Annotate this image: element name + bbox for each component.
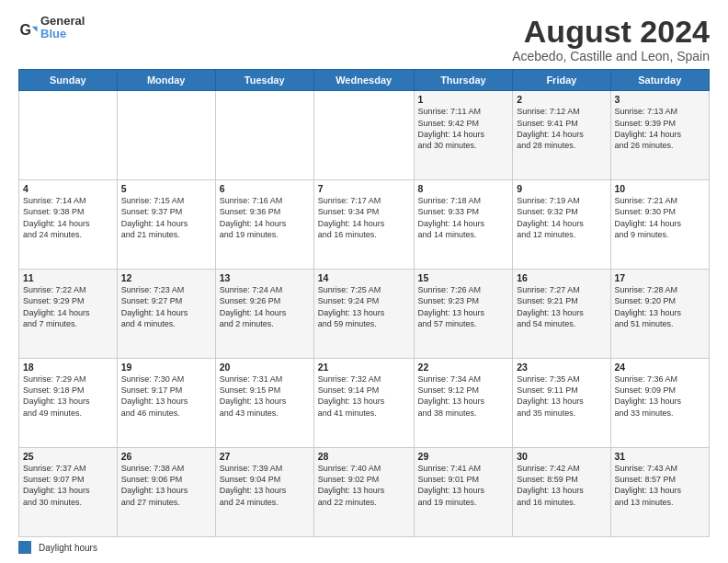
calendar-cell: 3Sunrise: 7:13 AM Sunset: 9:39 PM Daylig…: [610, 91, 709, 180]
day-info: Sunrise: 7:17 AM Sunset: 9:34 PM Dayligh…: [318, 195, 410, 240]
calendar-cell: 5Sunrise: 7:15 AM Sunset: 9:37 PM Daylig…: [117, 180, 215, 270]
calendar-cell: 2Sunrise: 7:12 AM Sunset: 9:41 PM Daylig…: [513, 91, 610, 180]
day-number: 31: [615, 451, 705, 462]
weekday-header-saturday: Saturday: [610, 70, 709, 91]
svg-marker-1: [32, 26, 38, 31]
calendar-week-5: 25Sunrise: 7:37 AM Sunset: 9:07 PM Dayli…: [19, 448, 710, 537]
logo-icon: G: [18, 21, 39, 41]
logo-blue: Blue: [40, 28, 85, 40]
day-number: 28: [318, 451, 410, 462]
footer: Daylight hours: [18, 541, 710, 554]
day-info: Sunrise: 7:42 AM Sunset: 8:59 PM Dayligh…: [517, 463, 606, 508]
calendar-cell: 14Sunrise: 7:25 AM Sunset: 9:24 PM Dayli…: [313, 270, 414, 359]
calendar-cell: 6Sunrise: 7:16 AM Sunset: 9:36 PM Daylig…: [215, 180, 313, 270]
day-info: Sunrise: 7:28 AM Sunset: 9:20 PM Dayligh…: [615, 284, 705, 329]
day-number: 18: [23, 362, 113, 373]
day-number: 6: [220, 183, 310, 194]
day-number: 11: [23, 272, 113, 283]
calendar-cell: [117, 91, 215, 180]
day-info: Sunrise: 7:34 AM Sunset: 9:12 PM Dayligh…: [418, 373, 509, 419]
day-info: Sunrise: 7:32 AM Sunset: 9:14 PM Dayligh…: [318, 373, 410, 419]
day-info: Sunrise: 7:40 AM Sunset: 9:02 PM Dayligh…: [318, 463, 410, 508]
calendar-cell: 27Sunrise: 7:39 AM Sunset: 9:04 PM Dayli…: [215, 448, 313, 537]
calendar-cell: 10Sunrise: 7:21 AM Sunset: 9:30 PM Dayli…: [610, 180, 709, 270]
day-number: 10: [615, 183, 705, 194]
day-info: Sunrise: 7:36 AM Sunset: 9:09 PM Dayligh…: [615, 373, 705, 419]
day-info: Sunrise: 7:13 AM Sunset: 9:39 PM Dayligh…: [615, 106, 705, 151]
day-info: Sunrise: 7:26 AM Sunset: 9:23 PM Dayligh…: [418, 284, 509, 329]
day-number: 16: [517, 272, 606, 283]
day-number: 1: [418, 94, 509, 105]
calendar-cell: [215, 91, 313, 180]
calendar-cell: 15Sunrise: 7:26 AM Sunset: 9:23 PM Dayli…: [414, 270, 513, 359]
weekday-header-row: SundayMondayTuesdayWednesdayThursdayFrid…: [19, 70, 710, 91]
day-number: 12: [121, 272, 211, 283]
main-title: August 2024: [512, 15, 710, 49]
calendar-week-1: 1Sunrise: 7:11 AM Sunset: 9:42 PM Daylig…: [19, 91, 710, 180]
day-info: Sunrise: 7:18 AM Sunset: 9:33 PM Dayligh…: [418, 195, 509, 240]
calendar-cell: 24Sunrise: 7:36 AM Sunset: 9:09 PM Dayli…: [610, 359, 709, 448]
weekday-header-thursday: Thursday: [414, 70, 513, 91]
weekday-header-tuesday: Tuesday: [215, 70, 313, 91]
day-info: Sunrise: 7:37 AM Sunset: 9:07 PM Dayligh…: [23, 463, 113, 508]
day-number: 30: [517, 451, 606, 462]
calendar-cell: 20Sunrise: 7:31 AM Sunset: 9:15 PM Dayli…: [215, 359, 313, 448]
weekday-header-monday: Monday: [117, 70, 215, 91]
calendar-week-4: 18Sunrise: 7:29 AM Sunset: 9:18 PM Dayli…: [19, 359, 710, 448]
day-info: Sunrise: 7:24 AM Sunset: 9:26 PM Dayligh…: [220, 284, 310, 329]
calendar-cell: 21Sunrise: 7:32 AM Sunset: 9:14 PM Dayli…: [313, 359, 414, 448]
day-info: Sunrise: 7:31 AM Sunset: 9:15 PM Dayligh…: [220, 373, 310, 419]
day-number: 27: [220, 451, 310, 462]
calendar-cell: 29Sunrise: 7:41 AM Sunset: 9:01 PM Dayli…: [414, 448, 513, 537]
calendar-table: SundayMondayTuesdayWednesdayThursdayFrid…: [18, 69, 710, 537]
calendar-cell: [19, 91, 118, 180]
calendar-cell: 16Sunrise: 7:27 AM Sunset: 9:21 PM Dayli…: [513, 270, 610, 359]
day-info: Sunrise: 7:30 AM Sunset: 9:17 PM Dayligh…: [121, 373, 211, 419]
calendar-week-2: 4Sunrise: 7:14 AM Sunset: 9:38 PM Daylig…: [19, 180, 710, 270]
calendar-cell: 28Sunrise: 7:40 AM Sunset: 9:02 PM Dayli…: [313, 448, 414, 537]
daylight-color-box: [18, 541, 31, 554]
day-number: 26: [121, 451, 211, 462]
svg-text:G: G: [19, 21, 31, 38]
day-number: 8: [418, 183, 509, 194]
day-number: 23: [517, 362, 606, 373]
logo-general: General: [40, 15, 85, 28]
calendar-cell: 4Sunrise: 7:14 AM Sunset: 9:38 PM Daylig…: [19, 180, 118, 270]
day-number: 21: [318, 362, 410, 373]
day-info: Sunrise: 7:35 AM Sunset: 9:11 PM Dayligh…: [517, 373, 606, 419]
day-info: Sunrise: 7:23 AM Sunset: 9:27 PM Dayligh…: [121, 284, 211, 329]
day-info: Sunrise: 7:29 AM Sunset: 9:18 PM Dayligh…: [23, 373, 113, 419]
day-info: Sunrise: 7:16 AM Sunset: 9:36 PM Dayligh…: [220, 195, 310, 240]
calendar-week-3: 11Sunrise: 7:22 AM Sunset: 9:29 PM Dayli…: [19, 270, 710, 359]
daylight-label: Daylight hours: [39, 543, 97, 553]
weekday-header-friday: Friday: [513, 70, 610, 91]
logo: G General Blue: [18, 15, 85, 41]
day-number: 5: [121, 183, 211, 194]
page: G General Blue August 2024 Acebedo, Cast…: [0, 0, 728, 563]
day-number: 3: [615, 94, 705, 105]
calendar-cell: 19Sunrise: 7:30 AM Sunset: 9:17 PM Dayli…: [117, 359, 215, 448]
day-number: 14: [318, 272, 410, 283]
day-number: 29: [418, 451, 509, 462]
title-block: August 2024 Acebedo, Castille and Leon, …: [512, 15, 710, 63]
calendar-cell: 22Sunrise: 7:34 AM Sunset: 9:12 PM Dayli…: [414, 359, 513, 448]
calendar-cell: 12Sunrise: 7:23 AM Sunset: 9:27 PM Dayli…: [117, 270, 215, 359]
day-info: Sunrise: 7:38 AM Sunset: 9:06 PM Dayligh…: [121, 463, 211, 508]
day-info: Sunrise: 7:11 AM Sunset: 9:42 PM Dayligh…: [418, 106, 509, 151]
calendar-cell: 9Sunrise: 7:19 AM Sunset: 9:32 PM Daylig…: [513, 180, 610, 270]
calendar-cell: 7Sunrise: 7:17 AM Sunset: 9:34 PM Daylig…: [313, 180, 414, 270]
calendar-cell: 8Sunrise: 7:18 AM Sunset: 9:33 PM Daylig…: [414, 180, 513, 270]
header: G General Blue August 2024 Acebedo, Cast…: [18, 15, 710, 63]
day-info: Sunrise: 7:22 AM Sunset: 9:29 PM Dayligh…: [23, 284, 113, 329]
day-info: Sunrise: 7:27 AM Sunset: 9:21 PM Dayligh…: [517, 284, 606, 329]
weekday-header-sunday: Sunday: [19, 70, 118, 91]
calendar-cell: 23Sunrise: 7:35 AM Sunset: 9:11 PM Dayli…: [513, 359, 610, 448]
day-number: 17: [615, 272, 705, 283]
day-number: 25: [23, 451, 113, 462]
day-number: 7: [318, 183, 410, 194]
day-number: 24: [615, 362, 705, 373]
calendar-cell: 30Sunrise: 7:42 AM Sunset: 8:59 PM Dayli…: [513, 448, 610, 537]
day-info: Sunrise: 7:14 AM Sunset: 9:38 PM Dayligh…: [23, 195, 113, 240]
day-info: Sunrise: 7:25 AM Sunset: 9:24 PM Dayligh…: [318, 284, 410, 329]
calendar-cell: 18Sunrise: 7:29 AM Sunset: 9:18 PM Dayli…: [19, 359, 118, 448]
